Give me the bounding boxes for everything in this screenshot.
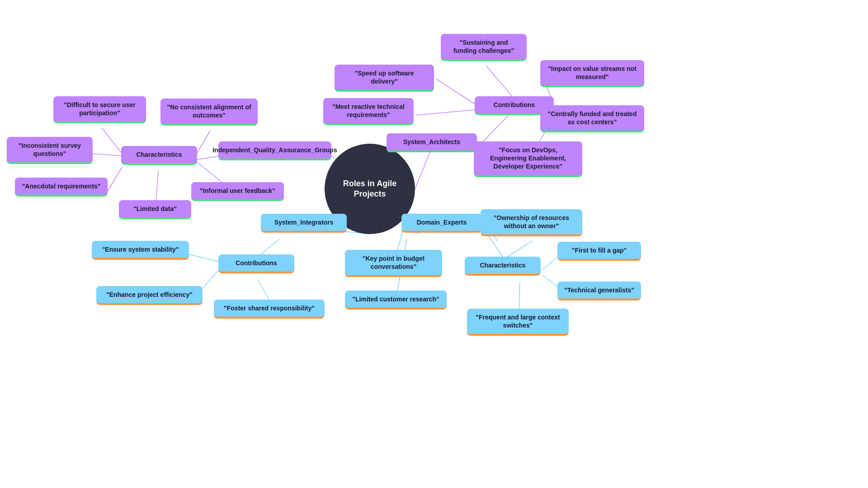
inconsistent-survey-node: "Inconsistent survey questions" <box>7 137 93 164</box>
limited-customer-node: "Limited customer research" <box>345 291 447 310</box>
svg-line-7 <box>416 110 475 115</box>
svg-line-25 <box>542 255 560 270</box>
difficult-secure-node: "Difficult to secure user participation" <box>53 96 146 123</box>
svg-line-6 <box>436 79 475 104</box>
svg-line-24 <box>504 241 533 259</box>
ensure-stability-node: "Ensure system stability" <box>92 241 189 260</box>
svg-line-14 <box>93 154 122 156</box>
frequent-context-node: "Frequent and large context switches" <box>467 309 569 336</box>
svg-line-19 <box>189 254 221 262</box>
svg-line-13 <box>197 131 210 154</box>
contributions-si-node: Contributions <box>218 254 294 273</box>
characteristics-iqa-node: Characteristics <box>121 146 197 165</box>
svg-line-11 <box>197 156 221 160</box>
first-fill-node: "First to fill a gap" <box>557 242 641 261</box>
domain-experts-node: Domain_Experts <box>401 214 482 233</box>
svg-line-26 <box>542 275 560 288</box>
svg-line-0 <box>415 148 432 189</box>
system-architects-node: System_Architects <box>387 133 477 152</box>
svg-line-27 <box>519 282 520 311</box>
meet-reactive-node: "Meet reactive technical requirements" <box>323 98 414 125</box>
svg-line-20 <box>203 268 221 288</box>
foster-shared-node: "Foster shared responsibility" <box>214 300 325 319</box>
focus-devops-node: "Focus on DevOps, Engineering Enablement… <box>474 141 582 177</box>
centrally-funded-node: "Centrally funded and treated as cost ce… <box>540 105 644 132</box>
svg-line-15 <box>108 167 122 191</box>
anecdotal-node: "Anecdotal requirements" <box>15 178 108 197</box>
limited-data-node: "Limited data" <box>119 200 191 219</box>
impact-value-node: "Impact on value streams not measured" <box>540 60 644 87</box>
ind-quality-node: Independent_Quality_Assurance_Groups <box>218 141 331 160</box>
no-consistent-node: "No consistent alignment of outcomes" <box>160 99 258 126</box>
sys-integrators-node: System_Integrators <box>261 214 347 233</box>
ownership-node: "Ownership of resources without an owner… <box>481 209 582 236</box>
characteristics-de-node: Characteristics <box>465 257 541 276</box>
informal-feedback-node: "Informal user feedback" <box>191 182 284 201</box>
svg-line-12 <box>102 128 122 154</box>
svg-line-18 <box>258 239 280 257</box>
speed-up-node: "Speed up software delivery" <box>335 65 434 92</box>
svg-line-21 <box>258 279 270 302</box>
sustaining-node: "Sustaining and funding challenges" <box>441 34 527 61</box>
key-point-node: "Key point in budget conversations" <box>345 250 442 277</box>
svg-line-17 <box>156 171 158 202</box>
enhance-efficiency-node: "Enhance project efficiency" <box>96 286 203 305</box>
svg-line-5 <box>486 66 514 99</box>
technical-generalists-node: "Technical generalists" <box>557 282 641 300</box>
